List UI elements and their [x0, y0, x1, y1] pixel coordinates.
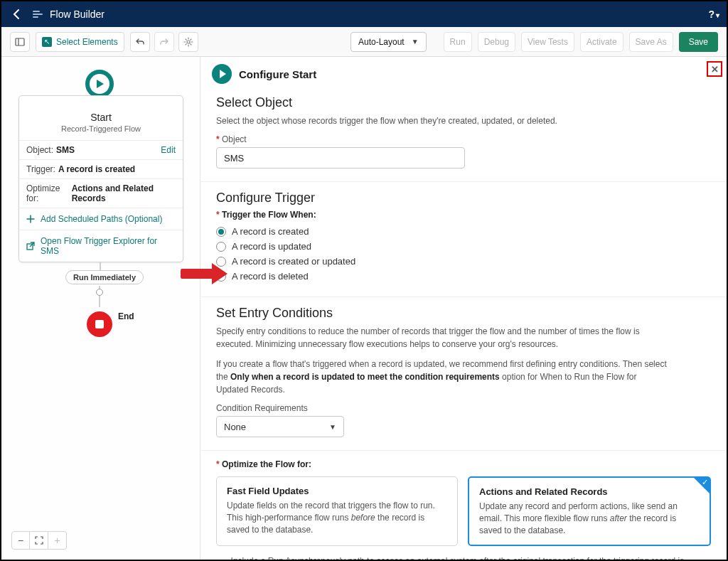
caret-down-icon: ▼ — [412, 38, 419, 46]
condition-requirements-label: Condition Requirements — [216, 403, 711, 413]
object-input[interactable] — [216, 147, 465, 169]
optimize-fast-field-card[interactable]: Fast Field UpdatesUpdate fields on the r… — [216, 476, 458, 546]
add-scheduled-paths-link[interactable]: Add Scheduled Paths (Optional) — [19, 208, 183, 230]
svg-rect-0 — [16, 38, 24, 46]
run-button[interactable]: Run — [444, 32, 472, 52]
trigger-option-radio[interactable]: A record is created or updated — [216, 254, 711, 269]
radio-icon — [216, 257, 226, 267]
zoom-in-button[interactable]: + — [48, 531, 67, 550]
svg-point-2 — [187, 41, 190, 43]
save-as-button[interactable]: Save As — [629, 32, 673, 52]
external-link-icon — [26, 242, 35, 250]
radio-icon — [216, 242, 226, 252]
condition-requirements-select[interactable]: None ▼ — [216, 416, 344, 437]
layout-mode-select[interactable]: Auto-Layout ▼ — [350, 32, 427, 52]
toggle-panel-button[interactable] — [10, 32, 30, 52]
flow-builder-logo-icon — [31, 8, 44, 21]
trigger-option-radio[interactable]: A record is created — [216, 224, 711, 239]
start-element-icon — [212, 64, 232, 84]
caret-down-icon: ▾ — [716, 11, 719, 19]
run-immediately-label: Run Immediately — [65, 270, 144, 284]
flow-canvas[interactable]: Start Record-Triggered Flow Object: SMS … — [1, 57, 200, 560]
edit-start-link[interactable]: Edit — [161, 145, 176, 155]
cursor-icon: ↖ — [42, 37, 52, 47]
debug-button[interactable]: Debug — [478, 32, 515, 52]
start-node-title: Start — [23, 112, 178, 123]
run-async-label: Include a Run Asynchronously path to acc… — [231, 556, 711, 560]
plus-icon — [26, 215, 35, 223]
zoom-controls: − + — [11, 531, 67, 550]
select-elements-button[interactable]: ↖ Select Elements — [36, 32, 124, 52]
select-object-heading: Select Object — [216, 95, 711, 110]
zoom-fit-button[interactable] — [30, 531, 48, 550]
app-header: Flow Builder ?▾ — [1, 1, 727, 27]
activate-button[interactable]: Activate — [580, 32, 623, 52]
start-node-subtitle: Record-Triggered Flow — [23, 124, 178, 133]
start-node-icon[interactable] — [85, 70, 114, 98]
help-menu[interactable]: ?▾ — [708, 9, 719, 20]
end-node-label: End — [118, 311, 134, 321]
view-tests-button[interactable]: View Tests — [521, 32, 574, 52]
settings-button[interactable] — [178, 32, 198, 52]
trigger-when-label: Trigger the Flow When: — [216, 210, 711, 220]
zoom-out-button[interactable]: − — [11, 531, 30, 550]
start-node-card[interactable]: Start Record-Triggered Flow Object: SMS … — [18, 95, 183, 262]
open-trigger-explorer-link[interactable]: Open Flow Trigger Explorer for SMS — [19, 230, 183, 262]
end-node-icon[interactable] — [87, 311, 112, 337]
optimize-for-label: Optimize the Flow for: — [216, 459, 711, 469]
panel-title: Configure Start — [239, 68, 316, 80]
entry-conditions-heading: Set Entry Conditions — [216, 306, 711, 321]
trigger-option-radio[interactable]: A record is updated — [216, 239, 711, 254]
redo-button[interactable] — [154, 32, 174, 52]
trigger-option-radio[interactable]: A record is deleted — [216, 269, 711, 284]
caret-down-icon: ▼ — [329, 423, 336, 431]
configure-trigger-heading: Configure Trigger — [216, 191, 711, 205]
save-button[interactable]: Save — [679, 32, 718, 52]
add-element-handle[interactable] — [96, 289, 103, 296]
toolbar: ↖ Select Elements Auto-Layout ▼ Run Debu… — [1, 27, 727, 57]
close-panel-button[interactable]: ✕ — [707, 61, 722, 77]
optimize-actions-card[interactable]: Actions and Related RecordsUpdate any re… — [468, 476, 711, 546]
back-button[interactable] — [9, 6, 26, 23]
configure-start-panel: Configure Start ✕ Select Object Select t… — [200, 57, 727, 560]
radio-icon — [216, 227, 226, 237]
object-field-label: Object — [216, 134, 711, 144]
undo-button[interactable] — [130, 32, 150, 52]
radio-icon — [216, 272, 226, 282]
app-title: Flow Builder — [50, 9, 105, 20]
